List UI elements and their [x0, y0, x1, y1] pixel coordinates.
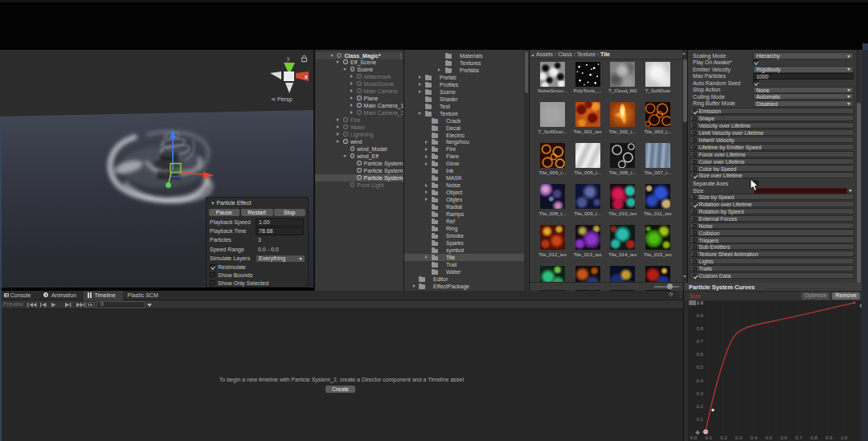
- svg-text:y: y: [287, 55, 290, 62]
- svg-text:x: x: [305, 74, 308, 80]
